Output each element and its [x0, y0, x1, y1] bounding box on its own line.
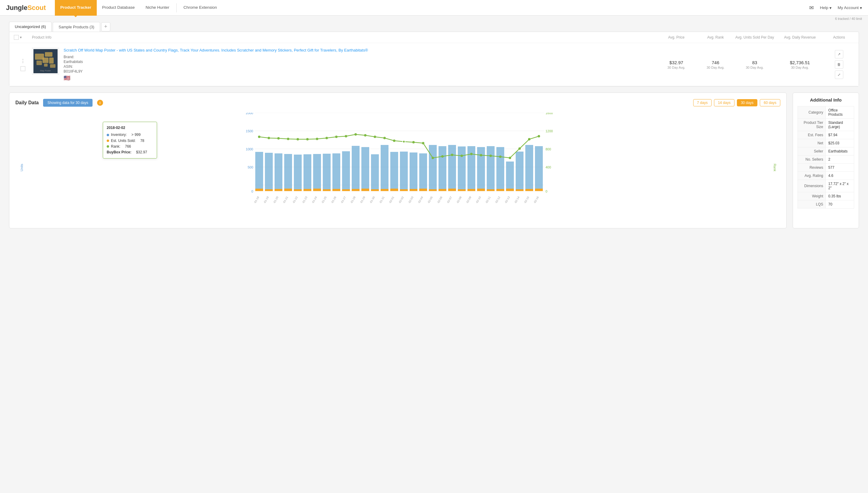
svg-point-105: [451, 154, 453, 156]
additional-info-row: Dimensions17.72" x 2" x 2": [798, 180, 854, 192]
nav-product-database[interactable]: Product Database: [97, 0, 140, 16]
additional-info-value: 70: [826, 200, 854, 209]
tooltip-inventory-label: Inventory:: [111, 132, 127, 138]
svg-rect-25: [255, 152, 263, 191]
add-tab-button[interactable]: +: [101, 22, 110, 31]
svg-point-93: [335, 135, 338, 138]
60-days-button[interactable]: 60 days: [760, 99, 780, 106]
svg-text:1200: 1200: [545, 129, 553, 133]
svg-text:2018-01-22: 2018-01-22: [289, 196, 298, 203]
product-meta: Brand:Earthabitats ASIN:B01IIF4L9Y: [64, 55, 655, 73]
svg-point-101: [412, 141, 415, 144]
svg-text:2018-01-25: 2018-01-25: [318, 196, 327, 203]
svg-text:0: 0: [251, 190, 253, 193]
tabs-bar: Uncategorized (6) Sample Products (3) +: [9, 22, 859, 31]
info-icon[interactable]: i: [97, 100, 103, 106]
my-account-button[interactable]: My Account ▾: [838, 5, 862, 10]
svg-text:2018-01-29: 2018-01-29: [356, 196, 366, 203]
svg-rect-42: [419, 153, 427, 191]
avg-rank-value: 746: [697, 60, 734, 65]
svg-rect-75: [448, 189, 456, 191]
select-all-control[interactable]: ▾: [14, 35, 32, 40]
svg-rect-41: [410, 152, 417, 191]
rank-dot-icon: [107, 145, 109, 148]
svg-rect-37: [371, 154, 379, 191]
svg-text:2018-02-01: 2018-02-01: [385, 196, 395, 203]
svg-rect-54: [535, 146, 543, 191]
nav-divider: [176, 3, 177, 12]
svg-point-106: [460, 155, 463, 157]
delete-button[interactable]: 🗑: [835, 60, 843, 69]
svg-rect-4: [49, 58, 53, 64]
header-actions: Actions: [824, 35, 854, 40]
additional-info-row: Product Tier SizeStandard (Large): [798, 119, 854, 131]
nav-chrome-extension[interactable]: Chrome Extension: [178, 0, 222, 16]
additional-info-value: 0.35 lbs: [826, 192, 854, 200]
external-link-button[interactable]: ↗: [835, 50, 843, 59]
my-account-label: My Account: [838, 5, 859, 10]
mail-button[interactable]: ✉: [809, 4, 814, 11]
row-checkbox[interactable]: [21, 66, 25, 71]
select-all-chevron[interactable]: ▾: [20, 35, 22, 40]
showing-data-button[interactable]: Showing data for 30 days: [43, 99, 92, 107]
tooltip-buybox-value: $32.97: [136, 149, 147, 155]
additional-info-card: Additional Info CategoryOffice ProductsP…: [793, 92, 859, 229]
svg-point-100: [403, 141, 405, 143]
svg-text:2018-01-18: 2018-01-18: [250, 196, 260, 203]
table-row: ⋮: [9, 43, 859, 86]
svg-rect-35: [352, 146, 360, 191]
svg-rect-77: [468, 189, 475, 191]
svg-rect-56: [265, 189, 273, 191]
nav-product-tracker[interactable]: Product Tracker: [55, 0, 97, 16]
avg-revenue-period: 30 Day Avg.: [776, 66, 824, 69]
tab-sample-products[interactable]: Sample Products (3): [53, 22, 100, 31]
svg-rect-48: [477, 147, 485, 191]
help-button[interactable]: Help ▾: [820, 5, 831, 10]
svg-point-110: [499, 155, 501, 158]
svg-rect-31: [313, 154, 321, 191]
14-days-button[interactable]: 14 days: [714, 99, 735, 106]
tooltip-inventory-value: > 999: [131, 132, 140, 138]
additional-info-value: Standard (Large): [826, 119, 854, 131]
svg-text:2018-01-31: 2018-01-31: [375, 196, 385, 203]
7-days-button[interactable]: 7 days: [693, 99, 712, 106]
row-menu-icon[interactable]: ⋮: [21, 58, 25, 64]
svg-rect-52: [516, 152, 523, 191]
svg-text:Map Poster: Map Poster: [40, 70, 51, 72]
svg-text:1000: 1000: [246, 147, 253, 151]
additional-info-row: Reviews577: [798, 164, 854, 172]
nav-niche-hunter[interactable]: Niche Hunter: [140, 0, 175, 16]
product-title[interactable]: Scratch Off World Map Poster - with US S…: [64, 48, 655, 53]
svg-text:2018-02-03: 2018-02-03: [405, 196, 414, 203]
svg-text:2018-02-08: 2018-02-08: [453, 196, 462, 203]
svg-rect-26: [265, 153, 273, 191]
svg-text:2018-01-28: 2018-01-28: [347, 196, 356, 203]
svg-rect-34: [342, 151, 350, 191]
svg-point-97: [374, 135, 376, 138]
expand-button[interactable]: ⤢: [835, 70, 843, 79]
svg-text:2018-02-09: 2018-02-09: [462, 196, 472, 203]
additional-info-row: CategoryOffice Products: [798, 106, 854, 119]
svg-text:2018-02-12: 2018-02-12: [491, 196, 501, 203]
svg-rect-32: [323, 154, 331, 191]
svg-rect-57: [275, 189, 282, 191]
svg-rect-33: [332, 153, 340, 191]
chart-title: Daily Data: [15, 100, 39, 105]
additional-info-label: Dimensions: [798, 180, 826, 192]
additional-info-value: Earthabitats: [826, 147, 854, 155]
additional-info-label: Net: [798, 139, 826, 147]
svg-text:400: 400: [545, 166, 551, 169]
tab-uncategorized[interactable]: Uncategorized (6): [9, 22, 51, 31]
svg-rect-58: [284, 189, 292, 191]
additional-info-label: No. Sellers: [798, 155, 826, 164]
svg-point-107: [470, 153, 473, 155]
select-all-checkbox[interactable]: [14, 35, 19, 40]
chart-header: Daily Data Showing data for 30 days i 7 …: [15, 99, 780, 107]
avg-price-period: 30 Day Avg.: [655, 66, 697, 69]
svg-rect-3: [43, 58, 48, 63]
svg-rect-66: [361, 189, 369, 191]
additional-info-title: Additional Info: [798, 97, 854, 103]
svg-rect-6: [44, 64, 48, 67]
30-days-button[interactable]: 30 days: [737, 99, 757, 106]
product-row: ⋮: [9, 43, 859, 86]
